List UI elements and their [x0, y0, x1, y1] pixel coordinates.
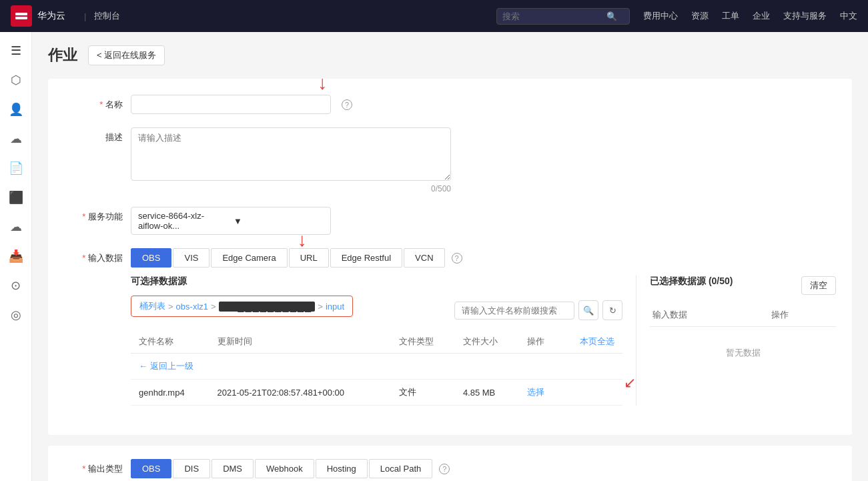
sidebar-icon-1[interactable]: ⬡ [3, 67, 29, 93]
sidebar-icon-8[interactable]: ⊙ [3, 272, 29, 299]
output-type-help-icon[interactable]: ? [439, 464, 450, 474]
sidebar-icon-2[interactable]: 👤 [3, 96, 29, 123]
col-filename: 文件名称 [131, 330, 209, 354]
file-search-input[interactable] [454, 302, 574, 320]
clear-button[interactable]: 清空 [801, 276, 836, 295]
input-data-help-icon[interactable]: ? [452, 253, 462, 264]
data-source-section: 可选择数据源 桶列表 > obs-xlz1 > aifl██████████ > [131, 276, 836, 406]
back-button[interactable]: < 返回在线服务 [88, 45, 165, 65]
file-select-0[interactable]: 选择 [527, 387, 544, 397]
svg-rect-1 [15, 17, 27, 19]
back-row: ← 返回上一级 [131, 354, 622, 380]
nav-support[interactable]: 支持与服务 [783, 10, 827, 22]
output-tab-hosting[interactable]: Hosting [316, 459, 368, 478]
col-update-time: 更新时间 [209, 330, 391, 354]
left-data-panel: 可选择数据源 桶列表 > obs-xlz1 > aifl██████████ > [131, 276, 622, 406]
nav-links: 费用中心 资源 工单 企业 支持与服务 中文 [643, 10, 857, 22]
right-no-data-row: 暂无数据 [650, 327, 836, 380]
service-control: service-8664-xlz-aiflow-ok... ▼ [131, 207, 518, 235]
refresh-button[interactable]: ↻ [602, 300, 622, 320]
output-section: 输出类型 OBS DIS DMS Webhook Hosting Local P… [48, 446, 852, 481]
sidebar-icon-7[interactable]: 📥 [3, 243, 29, 270]
breadcrumb-masked[interactable]: aifl██████████ [219, 302, 316, 312]
col-file-type: 文件类型 [391, 330, 455, 354]
col-file-size: 文件大小 [455, 330, 519, 354]
sidebar-icon-9[interactable]: ◎ [3, 302, 29, 328]
input-data-tabs: OBS VIS Edge Camera URL Edge Restful VCN… [131, 248, 462, 268]
output-tab-obs[interactable]: OBS [131, 459, 171, 478]
page-title: 作业 [48, 45, 77, 65]
menu-toggle-icon[interactable]: ☰ [3, 37, 29, 64]
nav-ticket[interactable]: 工单 [722, 10, 739, 22]
arrow-annotation-2: ↓ [298, 229, 307, 251]
tab-vcn[interactable]: VCN [404, 248, 444, 268]
file-row-0: genhdr.mp4 2021-05-21T02:08:57.481+00:00… [131, 380, 622, 406]
name-control: xlz-haha221 ? [131, 95, 518, 114]
nav-ctrl-label[interactable]: 控制台 [94, 10, 120, 22]
logo: 华为云 [11, 5, 65, 27]
right-panel-title: 已选择数据源 (0/50) [650, 276, 733, 288]
service-label: 服务功能 [64, 207, 131, 223]
tab-edge-restful[interactable]: Edge Restful [330, 248, 402, 268]
file-size-0: 4.85 MB [455, 380, 519, 406]
no-data-text: 暂无数据 [650, 327, 836, 380]
svg-rect-0 [15, 13, 27, 15]
top-navigation: 华为云 | 控制台 🔍 费用中心 资源 工单 企业 支持与服务 中文 [0, 0, 868, 32]
file-type-0: 文件 [391, 380, 455, 406]
sidebar-icon-3[interactable]: ☁ [3, 125, 29, 152]
description-row: 描述 0/500 [64, 127, 836, 193]
name-label: 名称 [64, 95, 131, 111]
service-row: 服务功能 service-8664-xlz-aiflow-ok... ▼ [64, 207, 836, 235]
breadcrumb-bar: 桶列表 > obs-xlz1 > aifl██████████ > input [131, 296, 353, 317]
section-title: 可选择数据源 [131, 276, 622, 288]
nav-resource[interactable]: 资源 [691, 10, 709, 22]
description-textarea[interactable] [131, 127, 451, 181]
sidebar-icon-4[interactable]: 📄 [3, 155, 29, 181]
name-help-icon[interactable]: ? [342, 99, 352, 110]
breadcrumb-sep-2: > [211, 302, 216, 312]
output-tab-webhook[interactable]: Webhook [255, 459, 314, 478]
search-icon: 🔍 [606, 11, 617, 21]
output-tab-dms[interactable]: DMS [211, 459, 254, 478]
search-input[interactable] [502, 11, 602, 21]
right-table: 输入数据 操作 暂无数据 [650, 304, 836, 379]
input-data-label: 输入数据 [64, 252, 131, 264]
output-type-row: 输出类型 OBS DIS DMS Webhook Hosting Local P… [64, 459, 836, 478]
tab-url[interactable]: URL [289, 248, 329, 268]
file-time-0: 2021-05-21T02:08:57.481+00:00 [209, 380, 391, 406]
sidebar-icon-6[interactable]: ☁ [3, 213, 29, 240]
arrow-annotation-select: ↙ [624, 374, 636, 392]
output-type-tabs: OBS DIS DMS Webhook Hosting Local Path ? [131, 459, 450, 478]
page-header: 作业 < 返回在线服务 [48, 45, 852, 65]
tab-edge-camera[interactable]: Edge Camera [211, 248, 287, 268]
right-panel-header: 已选择数据源 (0/50) 清空 [650, 276, 836, 296]
breadcrumb-bucket[interactable]: 桶列表 [139, 300, 165, 312]
nav-lang[interactable]: 中文 [840, 10, 857, 22]
nav-cost[interactable]: 费用中心 [643, 10, 678, 22]
search-button[interactable]: 🔍 [578, 300, 598, 320]
sidebar-icon-5[interactable]: ⬛ [3, 184, 29, 211]
dropdown-icon: ▼ [234, 216, 324, 226]
breadcrumb-input[interactable]: input [326, 302, 344, 312]
name-input[interactable]: xlz-haha221 [131, 95, 331, 114]
output-tab-dis[interactable]: DIS [173, 459, 210, 478]
col-action: 操作 本页全选 [519, 330, 622, 354]
select-all-btn[interactable]: 本页全选 [580, 336, 614, 348]
right-col-input: 输入数据 [650, 304, 769, 327]
description-control: 0/500 [131, 127, 518, 193]
logo-text: 华为云 [37, 10, 65, 22]
back-to-upper[interactable]: ← 返回上一级 [139, 361, 193, 371]
output-type-label: 输出类型 [64, 459, 131, 475]
output-tab-localpath[interactable]: Local Path [369, 459, 432, 478]
tab-obs[interactable]: OBS [131, 248, 171, 268]
nav-divider: | [84, 11, 86, 21]
nav-enterprise[interactable]: 企业 [753, 10, 770, 22]
search-bar[interactable]: 🔍 [496, 8, 630, 25]
logo-icon [11, 5, 32, 27]
tab-vis[interactable]: VIS [173, 248, 209, 268]
breadcrumb-obs[interactable]: obs-xlz1 [176, 302, 208, 312]
right-col-action: 操作 [769, 304, 836, 327]
file-table: 文件名称 更新时间 文件类型 文件大小 操作 本页全选 [131, 330, 622, 406]
file-name-0: genhdr.mp4 [131, 380, 209, 406]
service-select-value: service-8664-xlz-aiflow-ok... [138, 211, 228, 231]
